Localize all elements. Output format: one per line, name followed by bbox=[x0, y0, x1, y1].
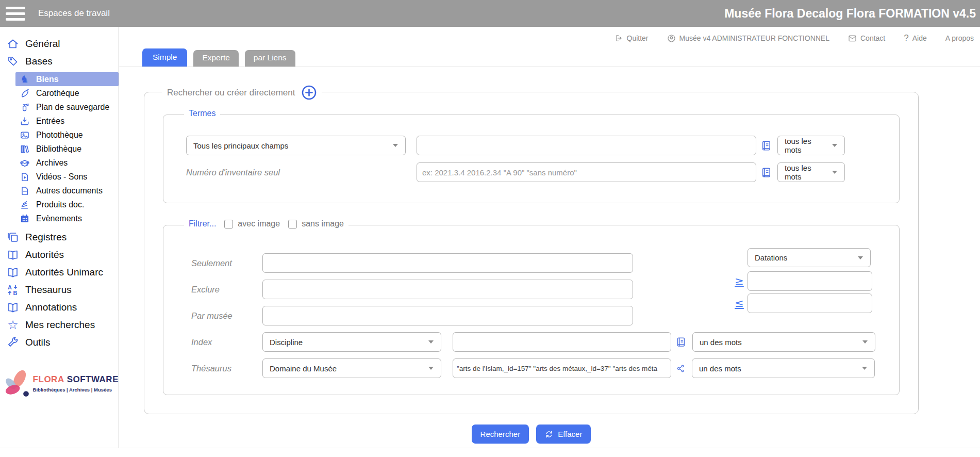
aide-link[interactable]: ? Aide bbox=[904, 33, 927, 43]
index-input[interactable] bbox=[453, 332, 671, 352]
sidebar-item-videos-sons[interactable]: Vidéos - Sons bbox=[15, 170, 119, 184]
plus-circle-icon bbox=[302, 85, 317, 100]
datation-min-input[interactable] bbox=[748, 271, 872, 291]
thesaurus-input[interactable] bbox=[453, 358, 671, 378]
sidebar-item-label: Général bbox=[25, 38, 60, 50]
contact-link[interactable]: Contact bbox=[848, 34, 885, 42]
sidebar-item-autorites[interactable]: Autorités bbox=[0, 246, 119, 264]
thesaurus-row: Thésaurus Domaine du Musée un des mots bbox=[191, 358, 899, 378]
datation-max-row: ≤ bbox=[733, 293, 883, 313]
core-sample-icon bbox=[19, 88, 30, 99]
sidebar-item-carotheque[interactable]: Carothèque bbox=[15, 86, 119, 100]
thesaurus-tree-button[interactable] bbox=[676, 364, 685, 373]
par-musee-input[interactable] bbox=[262, 306, 633, 325]
chevron-down-icon bbox=[832, 144, 837, 147]
sidebar-item-evenements[interactable]: Evènements bbox=[15, 211, 119, 225]
tag-icon bbox=[6, 55, 20, 68]
sidebar-item-autres-documents[interactable]: Autres documents bbox=[15, 184, 119, 198]
user-menu[interactable]: Musée v4 ADMINISTRATEUR FONCTIONNEL bbox=[667, 34, 829, 43]
effacer-button[interactable]: Effacer bbox=[536, 425, 591, 444]
topbar: Espaces de travail Musée Flora Decalog F… bbox=[0, 0, 980, 27]
sidebar-item-phototheque[interactable]: Photothèque bbox=[15, 128, 119, 142]
tab-experte[interactable]: Experte bbox=[193, 50, 238, 67]
inventory-row: Numéro d'inventaire seul tous les mots bbox=[186, 162, 899, 182]
rechercher-button[interactable]: Rechercher bbox=[472, 425, 529, 444]
inventory-input[interactable] bbox=[417, 162, 756, 182]
datations-block: Datations ≥ ≤ bbox=[733, 248, 883, 313]
sidebar-item-thesaurus[interactable]: AB Thesaurus bbox=[0, 281, 119, 299]
contact-label: Contact bbox=[860, 34, 885, 42]
lexicon-picker-button[interactable] bbox=[761, 140, 771, 151]
thesaurus-field-select[interactable]: Domaine du Musée bbox=[262, 358, 441, 378]
sidebar-item-bibliotheque[interactable]: Bibliothèque bbox=[15, 142, 119, 156]
datation-min-row: ≥ bbox=[733, 271, 883, 291]
fanned-pages-icon bbox=[19, 199, 30, 210]
sidebar-item-mes-recherches[interactable]: ☆ Mes recherches bbox=[0, 316, 119, 334]
avec-image-checkbox[interactable] bbox=[224, 220, 233, 228]
datations-select[interactable]: Datations bbox=[748, 248, 871, 267]
aide-label: Aide bbox=[912, 34, 927, 42]
sort-a-b-icon: AB bbox=[6, 283, 20, 297]
chevron-down-icon bbox=[393, 144, 398, 147]
sidebar-item-biens[interactable]: ♞ Biens bbox=[15, 72, 119, 86]
filtrer-fieldset: Filtrer... avec image sans image Seuleme… bbox=[163, 225, 900, 395]
sidebar-item-registres[interactable]: Registres bbox=[0, 228, 119, 246]
exclure-input[interactable] bbox=[262, 280, 633, 299]
sidebar-item-autorites-unimarc[interactable]: Autorités Unimarc bbox=[0, 264, 119, 281]
sidebar-item-label: Carothèque bbox=[36, 89, 79, 98]
inventory-match-select[interactable]: tous les mots bbox=[777, 162, 845, 182]
main-area: Quitter Musée v4 ADMINISTRATEUR FONCTION… bbox=[119, 27, 980, 448]
sidebar-item-produits-doc[interactable]: Produits doc. bbox=[15, 198, 119, 211]
sidebar-item-entrees[interactable]: Entrées bbox=[15, 114, 119, 128]
sidebar-item-bases[interactable]: Bases bbox=[0, 53, 119, 70]
greater-equal-icon[interactable]: ≥ bbox=[733, 275, 745, 287]
create-record-button[interactable] bbox=[302, 85, 317, 100]
sidebar-item-outils[interactable]: Outils bbox=[0, 334, 119, 351]
tab-simple[interactable]: Simple bbox=[142, 48, 187, 67]
apropos-link[interactable]: A propos bbox=[945, 34, 974, 42]
sidebar-item-label: Autorités Unimarc bbox=[25, 267, 103, 278]
tab-par-liens[interactable]: par Liens bbox=[245, 50, 295, 67]
sidebar-item-label: Bibliothèque bbox=[36, 144, 81, 154]
termes-fieldset: Termes Tous les principaux champs tous l… bbox=[163, 115, 900, 203]
lexicon-book-icon bbox=[676, 337, 686, 347]
flora-petals-icon bbox=[3, 367, 30, 400]
index-match-select[interactable]: un des mots bbox=[692, 332, 875, 352]
sans-image-checkbox[interactable] bbox=[288, 220, 297, 228]
terms-match-select[interactable]: tous les mots bbox=[777, 136, 845, 155]
home-icon bbox=[6, 37, 20, 51]
chevron-down-icon bbox=[428, 340, 434, 344]
open-box-icon bbox=[19, 157, 30, 168]
workspace-title: Espaces de travail bbox=[38, 8, 110, 19]
index-field-select[interactable]: Discipline bbox=[262, 332, 441, 352]
sidebar-item-plan-sauvegarde[interactable]: Plan de sauvegarde bbox=[15, 100, 119, 114]
sidebar: Général Bases ♞ Biens Carothèque Plan de… bbox=[0, 27, 119, 448]
logo-flora-text: FLORA bbox=[33, 374, 64, 384]
video-file-icon bbox=[19, 171, 30, 182]
sidebar-item-general[interactable]: Général bbox=[0, 35, 119, 53]
sidebar-item-annotations[interactable]: Annotations bbox=[0, 299, 119, 316]
chevron-down-icon bbox=[862, 367, 867, 370]
sidebar-item-label: Plan de sauvegarde bbox=[36, 103, 109, 112]
quitter-link[interactable]: Quitter bbox=[615, 34, 649, 42]
datations-value: Datations bbox=[755, 253, 787, 262]
fire-extinguisher-icon bbox=[19, 102, 30, 112]
terms-input[interactable] bbox=[417, 136, 756, 155]
star-icon: ☆ bbox=[6, 318, 20, 332]
sidebar-item-label: Archives bbox=[36, 158, 68, 168]
lexicon-picker-button[interactable] bbox=[676, 337, 686, 347]
thesaurus-match-select[interactable]: un des mots bbox=[692, 358, 875, 378]
lexicon-picker-button[interactable] bbox=[761, 167, 771, 178]
datation-max-input[interactable] bbox=[748, 293, 872, 313]
thesaurus-field-value: Domaine du Musée bbox=[270, 364, 337, 373]
search-mode-tabs: Simple Experte par Liens bbox=[119, 50, 980, 67]
chevron-down-icon bbox=[862, 340, 868, 344]
sidebar-item-archives[interactable]: Archives bbox=[15, 156, 119, 170]
field-scope-select[interactable]: Tous les principaux champs bbox=[186, 136, 406, 155]
thesaurus-match-value: un des mots bbox=[699, 364, 741, 373]
refresh-icon bbox=[545, 430, 553, 438]
hamburger-menu-icon[interactable] bbox=[6, 7, 25, 21]
less-equal-icon[interactable]: ≤ bbox=[733, 297, 745, 309]
seulement-input[interactable] bbox=[262, 253, 633, 273]
avec-image-option: avec image bbox=[224, 219, 280, 228]
